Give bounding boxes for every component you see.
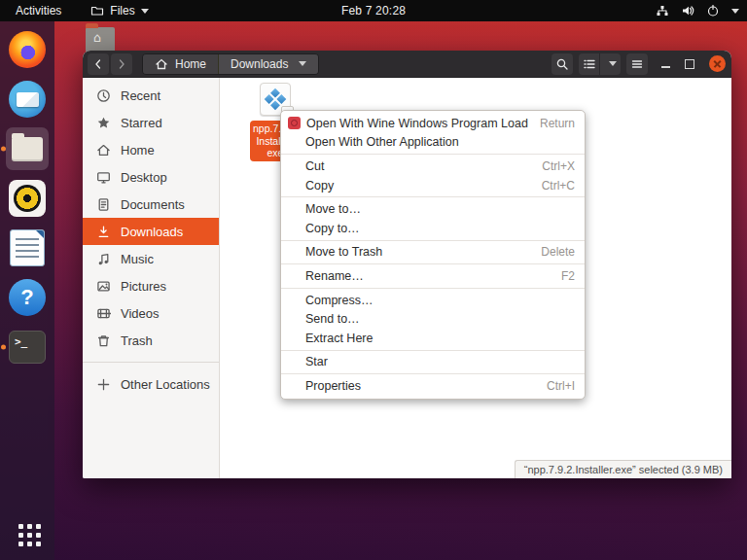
view-options-button[interactable]: [599, 53, 621, 75]
forward-button[interactable]: [111, 53, 132, 75]
folder-icon: [90, 4, 104, 18]
sidebar-item-label: Music: [121, 252, 154, 266]
wine-app-icon: [288, 117, 301, 129]
sidebar-item-label: Trash: [121, 333, 153, 348]
running-indicator: [1, 345, 6, 350]
menu-item-send-to[interactable]: Send to…: [281, 309, 585, 329]
menu-item-star[interactable]: Star: [281, 353, 585, 372]
menu-item-label: Open With Other Application: [305, 135, 575, 149]
show-applications-button[interactable]: [6, 511, 49, 554]
caret-down-icon: [731, 9, 739, 14]
menu-separator: [281, 240, 585, 241]
desktop-home-folder-icon[interactable]: [86, 27, 115, 52]
volume-icon: [681, 4, 694, 18]
system-tray[interactable]: [656, 4, 739, 18]
menu-item-label: Copy to…: [305, 222, 575, 235]
menu-item-label: Cut: [305, 159, 530, 173]
maximize-button[interactable]: [685, 59, 694, 69]
dock-item-thunderbird[interactable]: [6, 78, 49, 121]
menu-item-open-with-other[interactable]: Open With Other Application: [281, 133, 585, 153]
selection-status-text: “npp.7.9.2.Installer.exe” selected (3.9 …: [524, 464, 723, 475]
top-bar: Activities Files Feb 7 20:28: [0, 0, 747, 21]
sidebar-item-desktop[interactable]: Desktop: [83, 163, 219, 191]
dock-item-terminal[interactable]: [6, 326, 49, 368]
menu-item-move-to[interactable]: Move to…: [281, 199, 585, 219]
menu-separator: [281, 288, 585, 289]
menu-item-open-with-wine[interactable]: Open With Wine Windows Program Loader Re…: [281, 114, 585, 133]
sidebar: Recent Starred Home Desktop Documents Do…: [83, 78, 220, 478]
menu-item-label: Send to…: [305, 312, 575, 326]
app-menu-label: Files: [110, 4, 134, 18]
pictures-icon: [96, 279, 111, 294]
context-menu: Open With Wine Windows Program Loader Re…: [280, 110, 586, 400]
dock: [0, 21, 54, 560]
sidebar-item-home[interactable]: Home: [83, 136, 219, 163]
sidebar-item-videos[interactable]: Videos: [83, 299, 219, 327]
activities-button[interactable]: Activities: [12, 4, 65, 18]
dock-item-files[interactable]: [6, 127, 49, 170]
menu-item-move-to-trash[interactable]: Move to Trash Delete: [281, 243, 585, 262]
apps-grid-icon: [18, 524, 23, 529]
sidebar-item-downloads[interactable]: Downloads: [83, 218, 219, 245]
back-button[interactable]: [88, 53, 109, 75]
menu-item-label: Open With Wine Windows Program Loader: [306, 117, 528, 130]
window-menu-button[interactable]: [626, 53, 648, 75]
rhythmbox-icon: [9, 180, 46, 217]
menu-item-shortcut: Return: [540, 117, 575, 130]
trash-icon: [96, 333, 111, 348]
close-button[interactable]: [709, 55, 726, 72]
view-toggle: [579, 53, 621, 75]
path-bar: Home Downloads: [142, 53, 319, 75]
sidebar-item-label: Home: [121, 143, 155, 158]
menu-item-rename[interactable]: Rename… F2: [281, 266, 585, 286]
menu-item-copy[interactable]: Copy Ctrl+C: [281, 176, 585, 195]
dock-item-firefox[interactable]: [6, 28, 49, 71]
sidebar-item-music[interactable]: Music: [83, 245, 219, 272]
path-segment-home[interactable]: Home: [143, 54, 218, 74]
sidebar-item-label: Documents: [121, 197, 185, 212]
dock-item-rhythmbox[interactable]: [6, 177, 49, 220]
desktop-icon: [96, 170, 111, 185]
list-view-button[interactable]: [579, 53, 599, 75]
menu-item-copy-to[interactable]: Copy to…: [281, 219, 585, 238]
menu-item-shortcut: Ctrl+C: [542, 179, 575, 192]
sidebar-item-pictures[interactable]: Pictures: [83, 272, 219, 299]
sidebar-item-documents[interactable]: Documents: [83, 191, 219, 218]
documents-icon: [96, 197, 111, 212]
menu-item-cut[interactable]: Cut Ctrl+X: [281, 157, 585, 176]
sidebar-item-label: Downloads: [121, 225, 183, 239]
menu-item-compress[interactable]: Compress…: [281, 291, 585, 310]
menu-separator: [281, 373, 585, 374]
sidebar-item-other-locations[interactable]: Other Locations: [83, 370, 219, 398]
minimize-button[interactable]: [661, 66, 670, 68]
menu-separator: [281, 350, 585, 351]
header-bar[interactable]: Home Downloads: [83, 51, 731, 78]
running-indicator: [1, 147, 6, 152]
downloads-icon: [96, 225, 111, 239]
sidebar-item-starred[interactable]: Starred: [83, 109, 219, 136]
menu-separator: [281, 154, 585, 155]
home-icon: [155, 57, 168, 71]
videos-icon: [96, 306, 111, 321]
dock-item-libreoffice-writer[interactable]: [6, 227, 49, 269]
sidebar-item-label: Pictures: [121, 279, 166, 294]
menu-item-extract-here[interactable]: Extract Here: [281, 329, 585, 348]
app-menu[interactable]: Files: [90, 4, 148, 18]
sidebar-item-trash[interactable]: Trash: [83, 327, 219, 354]
menu-item-label: Move to…: [305, 202, 575, 216]
menu-item-shortcut: F2: [561, 269, 575, 283]
menu-item-properties[interactable]: Properties Ctrl+I: [281, 376, 585, 396]
caret-down-icon: [299, 61, 306, 66]
path-segment-downloads[interactable]: Downloads: [218, 54, 318, 74]
power-icon: [706, 4, 720, 18]
hamburger-icon: [630, 57, 644, 71]
star-icon: [96, 116, 111, 130]
sidebar-item-recent[interactable]: Recent: [83, 82, 219, 109]
menu-separator: [281, 196, 585, 197]
dock-item-help[interactable]: [6, 276, 49, 319]
recent-icon: [96, 88, 111, 103]
search-icon: [555, 57, 569, 71]
clock[interactable]: Feb 7 20:28: [341, 4, 406, 18]
search-button[interactable]: [551, 53, 573, 75]
menu-item-label: Copy: [305, 179, 530, 192]
